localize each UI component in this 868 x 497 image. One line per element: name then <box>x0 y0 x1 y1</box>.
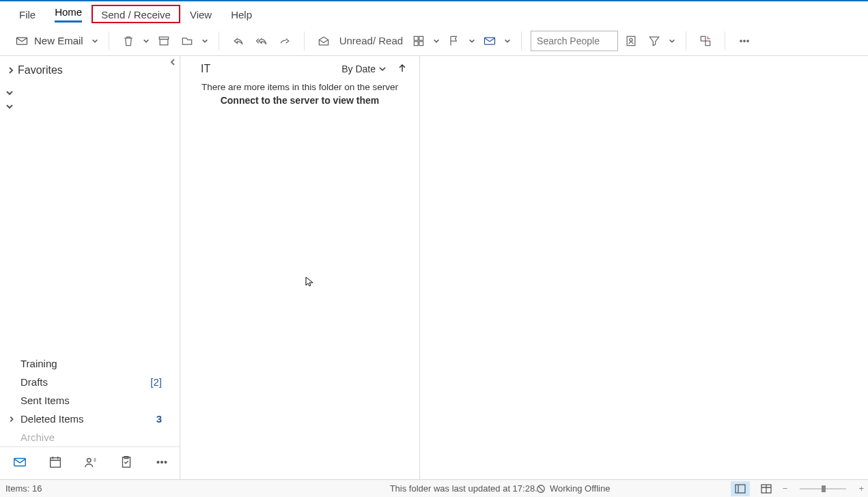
tasks-icon <box>119 455 134 470</box>
svg-point-17 <box>87 459 92 463</box>
tab-send-receive[interactable]: Send / Receive <box>92 5 180 23</box>
reply-all-button[interactable] <box>251 31 272 51</box>
view-reading-button[interactable] <box>757 481 776 496</box>
archive-icon <box>157 34 171 48</box>
addins-button[interactable] <box>695 31 716 51</box>
send-receive-dropdown[interactable] <box>503 38 512 44</box>
folder-archive[interactable]: Archive <box>0 428 180 446</box>
folder-label: Deleted Items <box>20 413 84 425</box>
reply-all-icon <box>255 34 268 48</box>
chevron-down-icon <box>5 102 14 111</box>
move-button[interactable] <box>177 31 197 51</box>
forward-button[interactable] <box>275 31 295 51</box>
folder-training[interactable]: Training <box>0 354 180 373</box>
ellipsis-icon <box>154 455 169 470</box>
filter-dropdown[interactable] <box>667 38 677 44</box>
collapse-nav-button[interactable] <box>169 57 177 68</box>
folder-sent-items[interactable]: Sent Items <box>0 391 180 410</box>
folder-label: Drafts <box>20 376 48 388</box>
flag-icon <box>447 34 461 48</box>
move-dropdown[interactable] <box>200 38 210 44</box>
flag-button[interactable] <box>444 31 464 51</box>
account-1[interactable] <box>0 86 180 100</box>
tab-help[interactable]: Help <box>221 5 262 23</box>
ribbon-tabs: File Home Send / Receive View Help <box>0 1 868 26</box>
folder-label: Archive <box>20 431 55 443</box>
svg-rect-23 <box>736 485 745 493</box>
search-people-input[interactable] <box>531 31 618 51</box>
reply-icon <box>232 34 245 48</box>
favorites-header[interactable]: Favorites <box>0 56 180 82</box>
new-email-button[interactable]: New Email <box>11 31 87 51</box>
view-normal-button[interactable] <box>731 481 750 496</box>
forward-icon <box>278 34 292 48</box>
categorize-icon <box>412 34 425 48</box>
nav-tasks[interactable] <box>119 455 134 472</box>
svg-point-9 <box>630 38 632 41</box>
favorites-label: Favorites <box>18 64 63 76</box>
svg-rect-6 <box>419 41 423 45</box>
chevron-right-icon <box>8 416 15 423</box>
chevron-left-icon <box>169 58 177 66</box>
account-2[interactable] <box>0 100 180 113</box>
categorize-button[interactable] <box>408 31 429 51</box>
svg-point-20 <box>161 462 163 464</box>
tab-home[interactable]: Home <box>45 2 92 25</box>
tab-file[interactable]: File <box>10 5 45 23</box>
addins-icon <box>699 34 712 48</box>
move-icon <box>180 34 194 48</box>
svg-rect-0 <box>17 38 27 44</box>
tab-view[interactable]: View <box>180 5 221 23</box>
envelope-icon <box>15 34 29 48</box>
delete-dropdown[interactable] <box>141 38 151 44</box>
svg-rect-15 <box>14 459 26 466</box>
svg-rect-10 <box>701 36 705 41</box>
folder-drafts[interactable]: Drafts [2] <box>0 373 180 391</box>
nav-mail[interactable] <box>12 455 27 472</box>
filter-button[interactable] <box>644 31 664 51</box>
zoom-in-button[interactable]: + <box>858 483 864 494</box>
folder-label: Sent Items <box>20 395 70 406</box>
sort-by-label: By Date <box>341 63 376 74</box>
status-updated: This folder was last updated at 17:28. <box>390 483 537 494</box>
envelope-open-icon <box>317 34 331 48</box>
delete-button[interactable] <box>118 31 139 51</box>
calendar-icon <box>48 455 63 470</box>
ribbon-more-button[interactable] <box>734 31 755 51</box>
zoom-out-button[interactable]: − <box>783 483 788 494</box>
address-book-button[interactable] <box>621 31 641 51</box>
nav-people[interactable] <box>83 455 98 472</box>
svg-point-14 <box>747 40 749 42</box>
sync-icon <box>483 34 496 48</box>
new-email-dropdown[interactable] <box>90 38 100 44</box>
svg-rect-11 <box>705 41 710 46</box>
status-offline-label: Working Offline <box>550 483 610 494</box>
layout-icon <box>735 484 746 494</box>
zoom-slider[interactable] <box>800 488 846 489</box>
svg-point-21 <box>165 462 167 464</box>
sort-by-button[interactable]: By Date <box>341 63 387 74</box>
svg-point-19 <box>157 462 159 464</box>
connect-server-info: Connect to the server to view them <box>180 94 419 107</box>
sort-direction-button[interactable] <box>397 63 407 75</box>
archive-button[interactable] <box>154 31 174 51</box>
mail-icon <box>12 455 27 470</box>
svg-rect-2 <box>160 39 168 44</box>
arrow-up-icon <box>397 63 407 73</box>
nav-more[interactable] <box>154 455 169 472</box>
trash-icon <box>122 34 135 48</box>
svg-point-13 <box>744 40 746 42</box>
nav-calendar[interactable] <box>48 455 63 472</box>
unread-read-button[interactable] <box>313 31 334 51</box>
reply-button[interactable] <box>228 31 249 51</box>
navigation-pane: Favorites Training Drafts [2] Sent Items… <box>0 56 180 479</box>
status-offline: Working Offline <box>536 483 610 494</box>
cursor-icon <box>305 276 316 289</box>
folder-label: Training <box>20 358 57 369</box>
send-receive-folders-button[interactable] <box>479 31 500 51</box>
ellipsis-icon <box>738 34 751 48</box>
flag-dropdown[interactable] <box>467 38 477 44</box>
categorize-dropdown[interactable] <box>432 38 441 44</box>
status-item-count: Items: 16 <box>5 483 42 494</box>
folder-deleted-items[interactable]: Deleted Items 3 <box>0 410 180 428</box>
